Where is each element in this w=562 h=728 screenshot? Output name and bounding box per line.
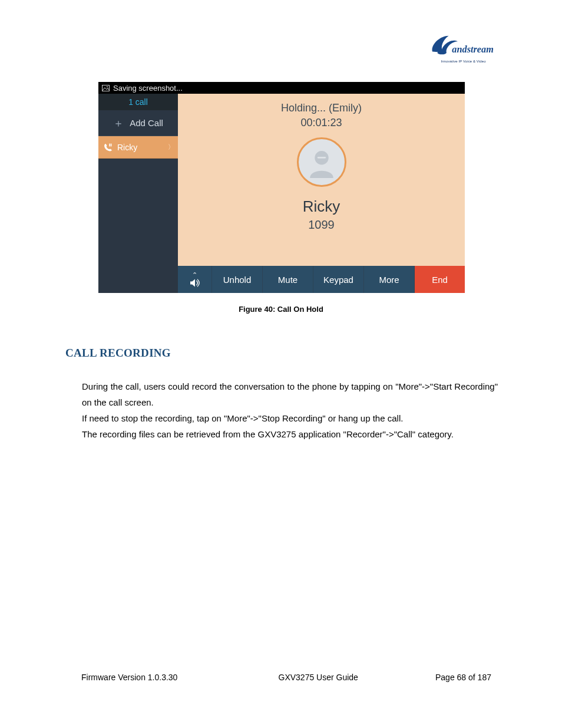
audio-route-button[interactable]: ⌃ [178, 266, 212, 293]
plus-icon: ＋ [113, 116, 124, 130]
paragraph-1: During the call, users could record the … [82, 378, 498, 410]
add-call-button[interactable]: ＋ Add Call [98, 110, 178, 136]
chevron-right-icon: 〉 [168, 143, 174, 151]
person-icon [306, 146, 338, 178]
brand-tagline: Innovative IP Voice & Video [429, 60, 497, 63]
call-contact-name: Ricky [178, 197, 465, 216]
footer-doc-title: GXV3275 User Guide [279, 673, 358, 682]
grandstream-logo-icon: andstream [429, 32, 497, 58]
call-count-row[interactable]: 1 call [98, 94, 178, 110]
body-text: During the call, users could record the … [82, 378, 498, 442]
call-action-bar: ⌃ Unhold Mute Keypad More End [178, 266, 465, 293]
phone-screenshot: Saving screenshot... 1 call ＋ Add Call R… [98, 82, 465, 293]
call-timer: 00:01:23 [178, 117, 465, 129]
section-heading: CALL RECORDING [65, 347, 171, 360]
footer-page: Page 68 of 187 [435, 673, 491, 682]
call-sidebar: 1 call ＋ Add Call Ricky 〉 [98, 94, 178, 293]
figure-caption: Figure 40: Call On Hold [0, 305, 562, 314]
svg-point-0 [438, 51, 447, 55]
paragraph-2: If need to stop the recording, tap on "M… [82, 410, 498, 426]
end-call-button[interactable]: End [415, 266, 465, 293]
mute-button[interactable]: Mute [263, 266, 313, 293]
speaker-icon [189, 278, 201, 288]
svg-point-3 [107, 86, 108, 87]
picture-icon [102, 85, 110, 91]
sidebar-contact-name: Ricky [117, 143, 137, 152]
statusbar-text: Saving screenshot... [113, 84, 183, 93]
call-detail-pane: Holding... (Emily) 00:01:23 Ricky 1099 ⌃ [178, 94, 465, 293]
phone-hold-icon [103, 143, 113, 152]
footer-firmware: Firmware Version 1.0.3.30 [81, 673, 177, 682]
page-footer: Firmware Version 1.0.3.30 GXV3275 User G… [0, 673, 562, 682]
call-count-label: 1 call [128, 97, 148, 107]
more-button[interactable]: More [364, 266, 415, 293]
call-status-text: Holding... (Emily) [178, 102, 465, 114]
svg-text:andstream: andstream [452, 44, 493, 55]
svg-rect-4 [109, 143, 110, 146]
svg-rect-2 [103, 85, 110, 91]
add-call-label: Add Call [130, 118, 163, 128]
contact-avatar [297, 137, 346, 187]
chevron-up-icon: ⌃ [192, 272, 197, 278]
paragraph-3: The recording files can be retrieved fro… [82, 426, 498, 442]
svg-rect-7 [317, 157, 325, 159]
brand-logo: andstream Innovative IP Voice & Video [429, 32, 497, 63]
keypad-button[interactable]: Keypad [313, 266, 364, 293]
svg-rect-5 [111, 143, 112, 146]
call-contact-number: 1099 [178, 218, 465, 232]
status-bar: Saving screenshot... [98, 82, 465, 94]
unhold-button[interactable]: Unhold [212, 266, 263, 293]
sidebar-active-call[interactable]: Ricky 〉 [98, 136, 178, 159]
